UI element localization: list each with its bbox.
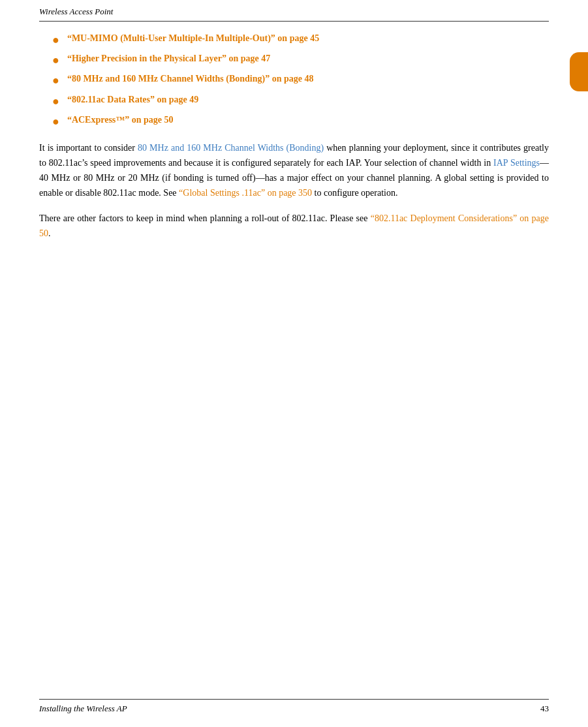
link-channel-widths[interactable]: 80 MHz and 160 MHz Channel Widths (Bondi…: [138, 143, 324, 153]
list-item: ● “802.11ac Data Rates” on page 49: [52, 95, 549, 110]
header-title: Wireless Access Point: [39, 7, 113, 17]
page-footer: Installing the Wireless AP 43: [39, 699, 549, 714]
bullet-icon: ●: [52, 114, 59, 130]
bullet-list: ● “MU-MIMO (Multi-User Multiple-In Multi…: [52, 33, 549, 130]
footer-left: Installing the Wireless AP: [39, 704, 127, 714]
paragraph-1: It is important to consider 80 MHz and 1…: [39, 140, 549, 200]
link-global-settings[interactable]: “Global Settings .11ac” on page 350: [179, 188, 312, 198]
page-container: Wireless Access Point ● “MU-MIMO (Multi-…: [0, 0, 588, 727]
list-item: ● “MU-MIMO (Multi-User Multiple-In Multi…: [52, 33, 549, 48]
content: ● “MU-MIMO (Multi-User Multiple-In Multi…: [39, 33, 549, 241]
list-item: ● “Higher Precision in the Physical Laye…: [52, 54, 549, 69]
list-item: ● “ACExpress™” on page 50: [52, 115, 549, 130]
list-item: ● “80 MHz and 160 MHz Channel Widths (Bo…: [52, 74, 549, 89]
bullet-icon: ●: [52, 32, 59, 48]
bullet-link-1[interactable]: “MU-MIMO (Multi-User Multiple-In Multipl…: [67, 33, 319, 44]
bullet-link-5[interactable]: “ACExpress™” on page 50: [67, 115, 174, 125]
footer-right: 43: [540, 704, 549, 714]
link-iap-settings[interactable]: IAP Settings: [493, 158, 540, 168]
paragraph-2: There are other factors to keep in mind …: [39, 211, 549, 241]
bullet-link-4[interactable]: “802.11ac Data Rates” on page 49: [67, 95, 198, 105]
bullet-icon: ●: [52, 72, 59, 89]
bullet-link-3[interactable]: “80 MHz and 160 MHz Channel Widths (Bond…: [67, 74, 314, 84]
side-tab: [570, 52, 588, 91]
bullet-icon: ●: [52, 52, 59, 69]
bullet-icon: ●: [52, 93, 59, 110]
page-header: Wireless Access Point: [39, 0, 549, 22]
bullet-link-2[interactable]: “Higher Precision in the Physical Layer”…: [67, 54, 270, 64]
